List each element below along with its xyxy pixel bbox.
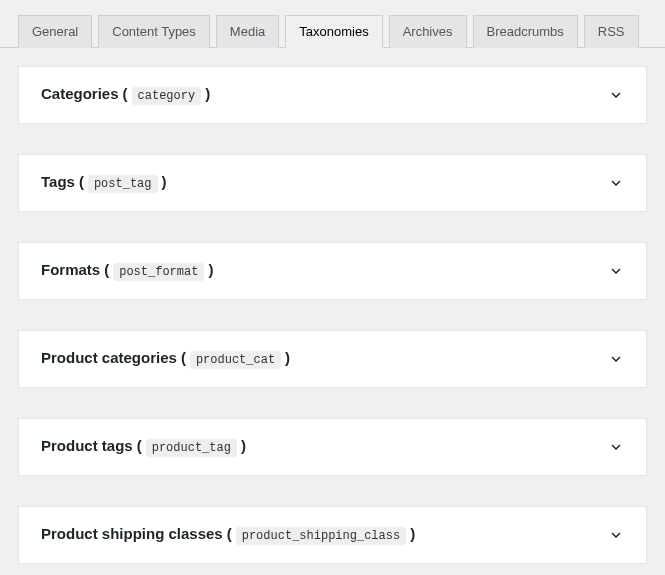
panel-title: Product shipping classes ( product_shipp… (41, 525, 415, 545)
panel-title: Formats ( post_format ) (41, 261, 213, 281)
tab-rss[interactable]: RSS (584, 15, 639, 48)
panel-tags[interactable]: Tags ( post_tag ) (18, 154, 647, 212)
tab-archives[interactable]: Archives (389, 15, 467, 48)
paren-open: ( (79, 173, 84, 190)
chevron-down-icon (608, 439, 624, 455)
chevron-down-icon (608, 175, 624, 191)
paren-open: ( (181, 349, 186, 366)
panel-title-text: Categories (41, 85, 119, 102)
chevron-down-icon (608, 351, 624, 367)
panel-categories[interactable]: Categories ( category ) (18, 66, 647, 124)
chevron-down-icon (608, 87, 624, 103)
paren-close: ) (410, 525, 415, 542)
panel-slug: category (132, 87, 202, 105)
panel-title-text: Product tags (41, 437, 133, 454)
panel-title: Product categories ( product_cat ) (41, 349, 290, 369)
chevron-down-icon (608, 263, 624, 279)
panel-slug: product_tag (146, 439, 237, 457)
paren-open: ( (137, 437, 142, 454)
panel-title: Categories ( category ) (41, 85, 210, 105)
tab-media[interactable]: Media (216, 15, 279, 48)
panel-product-shipping-classes[interactable]: Product shipping classes ( product_shipp… (18, 506, 647, 564)
panel-product-categories[interactable]: Product categories ( product_cat ) (18, 330, 647, 388)
tab-taxonomies[interactable]: Taxonomies (285, 15, 382, 48)
panels-container: Categories ( category ) Tags ( post_tag … (0, 48, 665, 575)
panel-formats[interactable]: Formats ( post_format ) (18, 242, 647, 300)
paren-close: ) (205, 85, 210, 102)
paren-close: ) (208, 261, 213, 278)
panel-product-tags[interactable]: Product tags ( product_tag ) (18, 418, 647, 476)
panel-title-text: Product shipping classes (41, 525, 223, 542)
paren-open: ( (123, 85, 128, 102)
panel-title: Tags ( post_tag ) (41, 173, 167, 193)
tabs-nav: General Content Types Media Taxonomies A… (0, 0, 665, 48)
paren-close: ) (162, 173, 167, 190)
panel-title: Product tags ( product_tag ) (41, 437, 246, 457)
chevron-down-icon (608, 527, 624, 543)
panel-title-text: Formats (41, 261, 100, 278)
panel-slug: post_format (113, 263, 204, 281)
paren-close: ) (285, 349, 290, 366)
panel-title-text: Product categories (41, 349, 177, 366)
paren-open: ( (227, 525, 232, 542)
paren-open: ( (104, 261, 109, 278)
panel-slug: product_cat (190, 351, 281, 369)
panel-slug: product_shipping_class (236, 527, 406, 545)
paren-close: ) (241, 437, 246, 454)
tab-general[interactable]: General (18, 15, 92, 48)
panel-slug: post_tag (88, 175, 158, 193)
panel-title-text: Tags (41, 173, 75, 190)
tab-breadcrumbs[interactable]: Breadcrumbs (473, 15, 578, 48)
tab-content-types[interactable]: Content Types (98, 15, 210, 48)
